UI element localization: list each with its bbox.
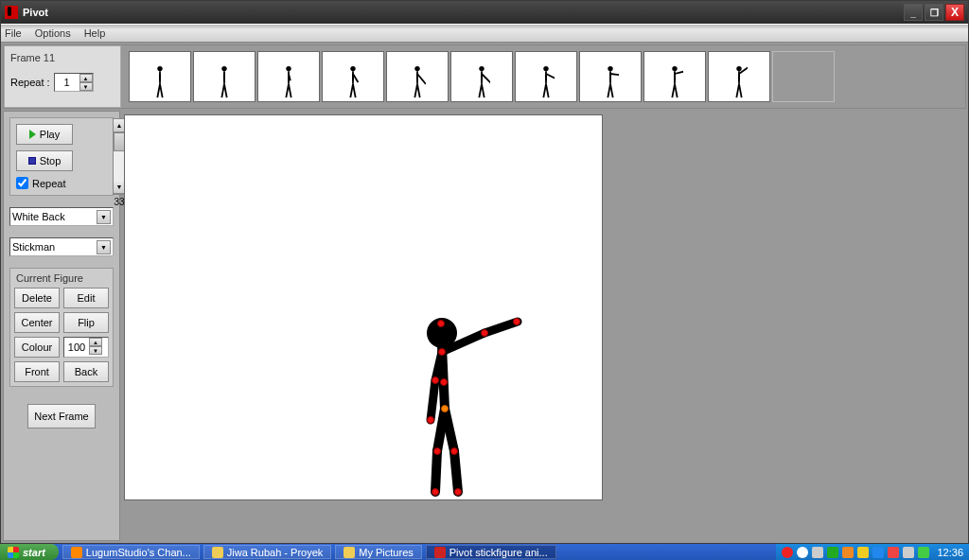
svg-point-6	[221, 66, 226, 71]
joint-knee-r[interactable]	[450, 447, 458, 455]
scale-spinner[interactable]: ▲ ▼	[63, 337, 109, 358]
tray-icon[interactable]	[782, 547, 793, 558]
spinner-down-icon[interactable]: ▼	[89, 346, 102, 355]
minimize-button[interactable]: _	[904, 4, 923, 21]
play-label: Play	[40, 129, 60, 140]
clock[interactable]: 12:36	[937, 547, 963, 558]
spinner-down-icon[interactable]: ▼	[79, 82, 93, 91]
flip-button[interactable]: Flip	[63, 312, 109, 333]
joint-elbow-r[interactable]	[481, 329, 488, 337]
joint-elbow-l[interactable]	[432, 376, 439, 384]
joint-hip-origin[interactable]	[441, 405, 449, 412]
joint-mid[interactable]	[440, 378, 448, 386]
repeat-label: Repeat	[32, 178, 65, 189]
edit-button[interactable]: Edit	[63, 288, 109, 308]
tray-icon[interactable]	[903, 547, 914, 558]
center-button[interactable]: Center	[14, 312, 60, 333]
tray-icon[interactable]	[857, 547, 869, 558]
delete-button[interactable]: Delete	[14, 288, 60, 308]
dropdown-arrow-icon[interactable]: ▼	[97, 240, 111, 254]
frame-thumb[interactable]	[515, 51, 577, 102]
svg-line-50	[675, 70, 683, 74]
playback-panel: Play Stop Repeat ▲	[9, 117, 114, 196]
joint-head[interactable]	[437, 320, 445, 327]
repeat-checkbox-row[interactable]: Repeat	[16, 177, 107, 189]
frame-thumb[interactable]	[643, 51, 706, 102]
svg-line-67	[435, 451, 437, 492]
tray-icon[interactable]	[842, 547, 854, 558]
start-button[interactable]: start	[0, 544, 59, 560]
frame-thumb-next[interactable]	[772, 51, 835, 102]
timeline-frames[interactable]	[121, 45, 965, 108]
joint-hand-r[interactable]	[513, 318, 520, 325]
next-frame-button[interactable]: Next Frame	[27, 404, 96, 429]
app-icon	[71, 547, 82, 558]
stick-figure[interactable]	[295, 314, 560, 503]
tray-icon[interactable]	[797, 547, 808, 558]
joint-shoulder[interactable]	[438, 348, 446, 356]
maximize-button[interactable]: ❐	[925, 4, 943, 21]
back-button[interactable]: Back	[63, 361, 109, 382]
app-icon	[5, 6, 18, 19]
frame-thumb[interactable]	[708, 51, 770, 102]
taskbar-item-active[interactable]: Pivot stickfigure ani...	[426, 545, 556, 559]
frame-thumb[interactable]	[257, 51, 320, 102]
canvas-area	[120, 111, 966, 541]
menu-options[interactable]: Options	[35, 27, 71, 39]
dropdown-arrow-icon[interactable]: ▼	[97, 210, 111, 224]
svg-point-36	[543, 66, 548, 71]
joint-foot-l[interactable]	[432, 488, 439, 496]
frame-thumb[interactable]	[322, 51, 384, 102]
menu-help[interactable]: Help	[84, 27, 106, 39]
frame-thumb[interactable]	[579, 51, 642, 102]
frame-thumb[interactable]	[129, 51, 191, 102]
folder-icon	[344, 547, 355, 558]
tray-icon[interactable]	[888, 547, 899, 558]
spinner-up-icon[interactable]: ▲	[89, 338, 102, 346]
windows-logo-icon	[8, 547, 19, 558]
close-button[interactable]: X	[945, 4, 964, 21]
taskbar-item[interactable]: Jiwa Rubah - Proyek	[203, 545, 332, 559]
joint-foot-r[interactable]	[454, 488, 462, 496]
repeat-checkbox[interactable]	[16, 177, 28, 189]
play-icon	[29, 130, 36, 139]
figure-dropdown[interactable]: Stickman ▼	[9, 237, 114, 256]
joint-knee-l[interactable]	[433, 447, 441, 455]
canvas[interactable]	[124, 114, 603, 500]
tray-icon[interactable]	[918, 547, 929, 558]
background-value: White Back	[12, 211, 97, 222]
stop-button[interactable]: Stop	[16, 150, 73, 171]
scale-input[interactable]	[64, 338, 89, 357]
tray-icon[interactable]	[827, 547, 838, 558]
figure-panel-title: Current Figure	[14, 272, 109, 284]
app-icon	[434, 547, 446, 558]
svg-line-35	[482, 84, 484, 97]
joint-hand-l[interactable]	[427, 416, 434, 424]
front-button[interactable]: Front	[14, 361, 60, 382]
frame-repeat-spinner[interactable]: ▲ ▼	[54, 73, 94, 92]
spinner-up-icon[interactable]: ▲	[79, 74, 93, 82]
svg-line-5	[160, 84, 163, 97]
stop-label: Stop	[40, 155, 62, 166]
current-figure-panel: Current Figure Delete Edit Center Flip C…	[9, 268, 114, 387]
menu-file[interactable]: File	[5, 27, 22, 39]
frame-thumb[interactable]	[450, 51, 513, 102]
svg-point-48	[672, 66, 677, 71]
tray-icon[interactable]	[812, 547, 823, 558]
menubar: File Options Help	[1, 24, 968, 43]
frame-thumb[interactable]	[193, 51, 255, 102]
svg-point-18	[350, 66, 355, 71]
svg-point-12	[286, 66, 291, 71]
svg-point-54	[736, 66, 741, 71]
folder-icon	[212, 547, 223, 558]
svg-line-17	[289, 84, 291, 97]
timeline: Frame 11 Repeat : ▲ ▼	[3, 44, 966, 109]
tray-icon[interactable]	[872, 547, 884, 558]
colour-button[interactable]: Colour	[14, 337, 60, 358]
taskbar-item[interactable]: My Pictures	[335, 545, 421, 559]
background-dropdown[interactable]: White Back ▼	[9, 207, 114, 226]
play-button[interactable]: Play	[16, 124, 73, 145]
frame-repeat-input[interactable]	[55, 74, 79, 91]
frame-thumb[interactable]	[386, 51, 449, 102]
taskbar-item[interactable]: LugumStudio's Chan...	[62, 545, 200, 559]
